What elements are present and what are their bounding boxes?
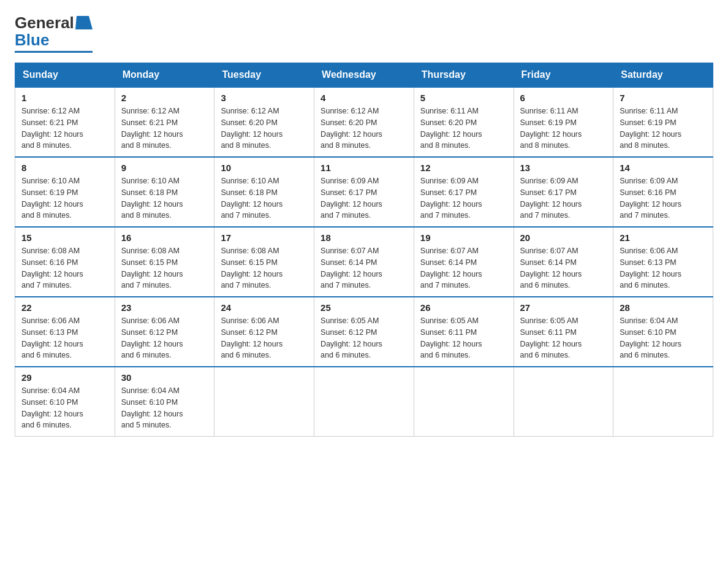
day-number: 18 [320,232,408,243]
calendar-header-thursday: Thursday [414,63,514,88]
day-info: Sunrise: 6:12 AMSunset: 6:21 PMDaylight:… [21,105,108,151]
day-info: Sunrise: 6:07 AMSunset: 6:14 PMDaylight:… [520,245,607,291]
calendar-header-monday: Monday [115,63,214,88]
day-number: 26 [420,302,507,313]
day-number: 22 [21,302,108,313]
day-number: 8 [21,163,108,173]
day-number: 9 [121,163,208,173]
day-number: 13 [520,163,607,173]
day-number: 12 [420,163,507,173]
calendar-day-cell: 23Sunrise: 6:06 AMSunset: 6:12 PMDayligh… [115,297,214,367]
day-info: Sunrise: 6:08 AMSunset: 6:15 PMDaylight:… [221,245,308,291]
calendar-day-cell: 1Sunrise: 6:12 AMSunset: 6:21 PMDaylight… [15,87,115,157]
day-info: Sunrise: 6:11 AMSunset: 6:19 PMDaylight:… [520,105,607,151]
logo-divider [15,51,93,53]
day-info: Sunrise: 6:09 AMSunset: 6:16 PMDaylight:… [620,175,707,221]
logo: General Blue [15,15,93,53]
day-number: 21 [620,232,707,243]
day-info: Sunrise: 6:10 AMSunset: 6:19 PMDaylight:… [21,175,108,221]
calendar-day-cell: 6Sunrise: 6:11 AMSunset: 6:19 PMDaylight… [514,87,613,157]
day-info: Sunrise: 6:04 AMSunset: 6:10 PMDaylight:… [21,385,108,431]
calendar-day-cell: 8Sunrise: 6:10 AMSunset: 6:19 PMDaylight… [15,157,115,227]
day-info: Sunrise: 6:08 AMSunset: 6:16 PMDaylight:… [21,245,108,291]
calendar-day-cell: 27Sunrise: 6:05 AMSunset: 6:11 PMDayligh… [514,297,613,367]
calendar-week-row: 8Sunrise: 6:10 AMSunset: 6:19 PMDaylight… [15,157,713,227]
day-number: 20 [520,232,607,243]
calendar-header-row: SundayMondayTuesdayWednesdayThursdayFrid… [15,63,713,88]
calendar-day-cell: 25Sunrise: 6:05 AMSunset: 6:12 PMDayligh… [314,297,414,367]
day-number: 7 [620,93,707,103]
calendar-day-cell: 17Sunrise: 6:08 AMSunset: 6:15 PMDayligh… [214,227,314,297]
calendar-day-cell: 30Sunrise: 6:04 AMSunset: 6:10 PMDayligh… [115,367,214,437]
day-number: 17 [221,232,308,243]
day-number: 10 [221,163,308,173]
day-number: 3 [221,93,308,103]
day-number: 6 [520,93,607,103]
day-number: 11 [320,163,408,173]
calendar-day-cell [214,367,314,437]
day-info: Sunrise: 6:09 AMSunset: 6:17 PMDaylight:… [520,175,607,221]
calendar-day-cell: 13Sunrise: 6:09 AMSunset: 6:17 PMDayligh… [514,157,613,227]
calendar-table: SundayMondayTuesdayWednesdayThursdayFrid… [15,63,713,437]
day-info: Sunrise: 6:11 AMSunset: 6:19 PMDaylight:… [620,105,707,151]
day-info: Sunrise: 6:04 AMSunset: 6:10 PMDaylight:… [121,385,208,431]
day-info: Sunrise: 6:05 AMSunset: 6:11 PMDaylight:… [420,315,507,361]
calendar-day-cell: 7Sunrise: 6:11 AMSunset: 6:19 PMDaylight… [613,87,713,157]
day-number: 28 [620,302,707,313]
day-info: Sunrise: 6:05 AMSunset: 6:11 PMDaylight:… [520,315,607,361]
day-number: 16 [121,232,208,243]
day-info: Sunrise: 6:12 AMSunset: 6:20 PMDaylight:… [320,105,408,151]
calendar-day-cell [314,367,414,437]
svg-marker-0 [75,16,93,29]
calendar-day-cell [414,367,514,437]
logo-general-text: General [15,15,74,31]
day-number: 23 [121,302,208,313]
calendar-day-cell: 24Sunrise: 6:06 AMSunset: 6:12 PMDayligh… [214,297,314,367]
calendar-day-cell: 28Sunrise: 6:04 AMSunset: 6:10 PMDayligh… [613,297,713,367]
calendar-day-cell: 19Sunrise: 6:07 AMSunset: 6:14 PMDayligh… [414,227,514,297]
calendar-day-cell: 22Sunrise: 6:06 AMSunset: 6:13 PMDayligh… [15,297,115,367]
day-number: 30 [121,372,208,383]
day-info: Sunrise: 6:10 AMSunset: 6:18 PMDaylight:… [121,175,208,221]
day-number: 29 [21,372,108,383]
day-number: 19 [420,232,507,243]
logo-blue-text: Blue [15,31,49,49]
calendar-header-saturday: Saturday [613,63,713,88]
calendar-day-cell [514,367,613,437]
day-number: 5 [420,93,507,103]
calendar-header-sunday: Sunday [15,63,115,88]
day-number: 24 [221,302,308,313]
calendar-day-cell: 15Sunrise: 6:08 AMSunset: 6:16 PMDayligh… [15,227,115,297]
day-info: Sunrise: 6:09 AMSunset: 6:17 PMDaylight:… [420,175,507,221]
day-info: Sunrise: 6:06 AMSunset: 6:12 PMDaylight:… [121,315,208,361]
day-number: 27 [520,302,607,313]
calendar-day-cell: 26Sunrise: 6:05 AMSunset: 6:11 PMDayligh… [414,297,514,367]
calendar-day-cell: 21Sunrise: 6:06 AMSunset: 6:13 PMDayligh… [613,227,713,297]
day-info: Sunrise: 6:06 AMSunset: 6:12 PMDaylight:… [221,315,308,361]
day-info: Sunrise: 6:12 AMSunset: 6:21 PMDaylight:… [121,105,208,151]
calendar-day-cell: 5Sunrise: 6:11 AMSunset: 6:20 PMDaylight… [414,87,514,157]
day-info: Sunrise: 6:12 AMSunset: 6:20 PMDaylight:… [221,105,308,151]
calendar-day-cell: 3Sunrise: 6:12 AMSunset: 6:20 PMDaylight… [214,87,314,157]
calendar-week-row: 29Sunrise: 6:04 AMSunset: 6:10 PMDayligh… [15,367,713,437]
calendar-header-tuesday: Tuesday [214,63,314,88]
day-info: Sunrise: 6:07 AMSunset: 6:14 PMDaylight:… [320,245,408,291]
day-number: 2 [121,93,208,103]
page-header: General Blue [15,15,713,53]
day-info: Sunrise: 6:06 AMSunset: 6:13 PMDaylight:… [620,245,707,291]
calendar-day-cell: 18Sunrise: 6:07 AMSunset: 6:14 PMDayligh… [314,227,414,297]
day-info: Sunrise: 6:10 AMSunset: 6:18 PMDaylight:… [221,175,308,221]
day-info: Sunrise: 6:08 AMSunset: 6:15 PMDaylight:… [121,245,208,291]
day-info: Sunrise: 6:11 AMSunset: 6:20 PMDaylight:… [420,105,507,151]
day-number: 4 [320,93,408,103]
calendar-header-friday: Friday [514,63,613,88]
calendar-header-wednesday: Wednesday [314,63,414,88]
calendar-day-cell: 11Sunrise: 6:09 AMSunset: 6:17 PMDayligh… [314,157,414,227]
calendar-day-cell [613,367,713,437]
calendar-day-cell: 9Sunrise: 6:10 AMSunset: 6:18 PMDaylight… [115,157,214,227]
logo-triangle-icon [75,15,93,31]
day-number: 1 [21,93,108,103]
calendar-week-row: 15Sunrise: 6:08 AMSunset: 6:16 PMDayligh… [15,227,713,297]
day-info: Sunrise: 6:05 AMSunset: 6:12 PMDaylight:… [320,315,408,361]
calendar-day-cell: 20Sunrise: 6:07 AMSunset: 6:14 PMDayligh… [514,227,613,297]
